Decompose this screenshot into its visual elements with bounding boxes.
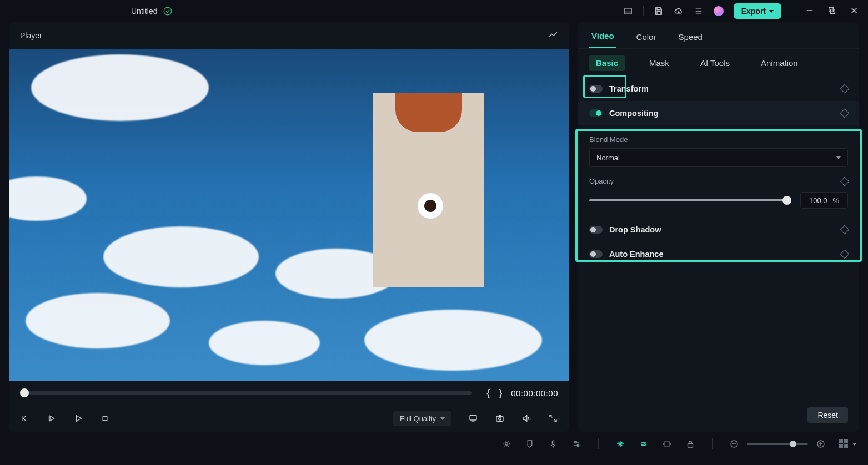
- grid-icon: [839, 439, 848, 448]
- svg-point-0: [164, 7, 172, 15]
- subtab-basic[interactable]: Basic: [589, 55, 625, 71]
- drop-shadow-toggle[interactable]: [589, 226, 603, 234]
- compositing-section-header[interactable]: Compositing: [578, 101, 859, 125]
- cloud-icon[interactable]: [674, 6, 684, 16]
- compositing-label: Compositing: [609, 109, 659, 118]
- auto-enhance-label: Auto Enhance: [609, 250, 663, 259]
- adjustment-icon[interactable]: [571, 439, 581, 449]
- svg-rect-18: [103, 416, 107, 421]
- zoom-out-button[interactable]: [729, 439, 739, 449]
- fit-icon[interactable]: [662, 439, 672, 449]
- zoom-slider[interactable]: [747, 443, 808, 445]
- link-icon[interactable]: [639, 439, 649, 449]
- opacity-slider[interactable]: [589, 199, 791, 201]
- menu-icon[interactable]: [694, 6, 704, 16]
- keyframe-icon[interactable]: [840, 176, 850, 186]
- svg-point-22: [499, 418, 501, 421]
- sparkle-icon[interactable]: [615, 439, 625, 449]
- divider: [712, 438, 713, 449]
- play-button[interactable]: [73, 413, 83, 423]
- tab-video[interactable]: Video: [589, 24, 616, 48]
- export-button[interactable]: Export: [734, 3, 781, 19]
- svg-point-26: [505, 443, 508, 446]
- svg-rect-1: [625, 8, 631, 14]
- window-close-icon[interactable]: [849, 6, 859, 17]
- play-from-start-button[interactable]: [47, 413, 57, 423]
- divider: [643, 6, 644, 16]
- keyframe-icon[interactable]: [840, 225, 850, 235]
- subtab-animation[interactable]: Animation: [754, 55, 805, 71]
- graph-icon[interactable]: [548, 29, 558, 42]
- export-label: Export: [741, 7, 766, 16]
- keyframe-icon[interactable]: [840, 109, 850, 118]
- opacity-unit: %: [832, 196, 839, 205]
- svg-point-27: [504, 441, 510, 447]
- svg-marker-23: [523, 416, 527, 422]
- chevron-down-icon: [836, 156, 841, 159]
- mark-out-button[interactable]: }: [499, 387, 502, 399]
- tab-speed[interactable]: Speed: [676, 26, 704, 48]
- stop-button[interactable]: [100, 413, 110, 423]
- marker-icon[interactable]: [525, 439, 535, 449]
- subtab-mask[interactable]: Mask: [643, 55, 676, 71]
- window-maximize-icon[interactable]: [827, 6, 837, 17]
- mark-in-button[interactable]: {: [486, 387, 490, 399]
- inspector-panel: Video Color Speed Basic Mask AI Tools An…: [578, 22, 859, 432]
- auto-enhance-toggle[interactable]: [589, 250, 603, 258]
- video-preview[interactable]: [9, 49, 569, 381]
- blend-mode-value: Normal: [596, 154, 620, 162]
- lock-icon[interactable]: [685, 439, 695, 449]
- slider-handle[interactable]: [782, 196, 791, 205]
- drop-shadow-section-header[interactable]: Drop Shadow: [578, 218, 859, 242]
- overlay-clip[interactable]: [373, 93, 484, 287]
- opacity-value-box[interactable]: 100.0 %: [800, 192, 848, 209]
- divider: [598, 438, 599, 449]
- svg-rect-19: [470, 416, 476, 420]
- quality-label: Full Quality: [400, 415, 436, 423]
- blend-mode-dropdown[interactable]: Normal: [589, 148, 848, 167]
- transform-section-header[interactable]: Transform: [578, 77, 859, 101]
- svg-rect-13: [549, 31, 557, 38]
- display-icon[interactable]: [468, 413, 478, 423]
- snapshot-icon[interactable]: [495, 413, 505, 423]
- svg-rect-3: [657, 8, 660, 10]
- thumbnail-size-dropdown[interactable]: [839, 439, 857, 448]
- auto-enhance-section-header[interactable]: Auto Enhance: [578, 242, 859, 266]
- zoom-handle[interactable]: [790, 441, 796, 447]
- auto-ripple-icon[interactable]: [501, 439, 511, 449]
- zoom-in-button[interactable]: [816, 439, 826, 449]
- svg-marker-17: [76, 416, 81, 422]
- opacity-label: Opacity: [589, 177, 614, 185]
- transform-toggle[interactable]: [589, 85, 603, 93]
- svg-rect-21: [496, 416, 503, 421]
- keyframe-icon[interactable]: [840, 84, 850, 94]
- volume-icon[interactable]: [521, 413, 531, 423]
- voiceover-icon[interactable]: [548, 439, 558, 449]
- project-title: Untitled: [131, 7, 157, 16]
- window-minimize-icon[interactable]: [805, 6, 815, 17]
- svg-rect-4: [657, 12, 660, 14]
- svg-rect-40: [688, 443, 693, 447]
- saved-check-icon: [163, 6, 173, 16]
- blend-mode-label: Blend Mode: [589, 135, 848, 144]
- keyframe-icon[interactable]: [840, 250, 850, 259]
- user-avatar[interactable]: [714, 6, 724, 16]
- svg-marker-15: [50, 416, 54, 421]
- chevron-down-icon: [769, 10, 774, 13]
- timecode-display: 00:00:00:00: [511, 388, 558, 398]
- save-icon[interactable]: [654, 6, 664, 16]
- prev-frame-button[interactable]: [20, 413, 30, 423]
- svg-rect-39: [664, 442, 670, 446]
- quality-dropdown[interactable]: Full Quality: [393, 411, 451, 426]
- layout-icon[interactable]: [623, 6, 633, 16]
- svg-rect-10: [831, 9, 835, 13]
- svg-rect-29: [553, 441, 554, 445]
- chevron-down-icon: [440, 417, 445, 420]
- reset-button[interactable]: Reset: [807, 407, 848, 423]
- fullscreen-icon[interactable]: [548, 413, 558, 423]
- tab-color[interactable]: Color: [634, 26, 659, 48]
- seek-bar[interactable]: [20, 391, 472, 395]
- subtab-ai-tools[interactable]: AI Tools: [694, 55, 736, 71]
- seek-handle[interactable]: [20, 388, 29, 397]
- compositing-toggle[interactable]: [589, 109, 603, 117]
